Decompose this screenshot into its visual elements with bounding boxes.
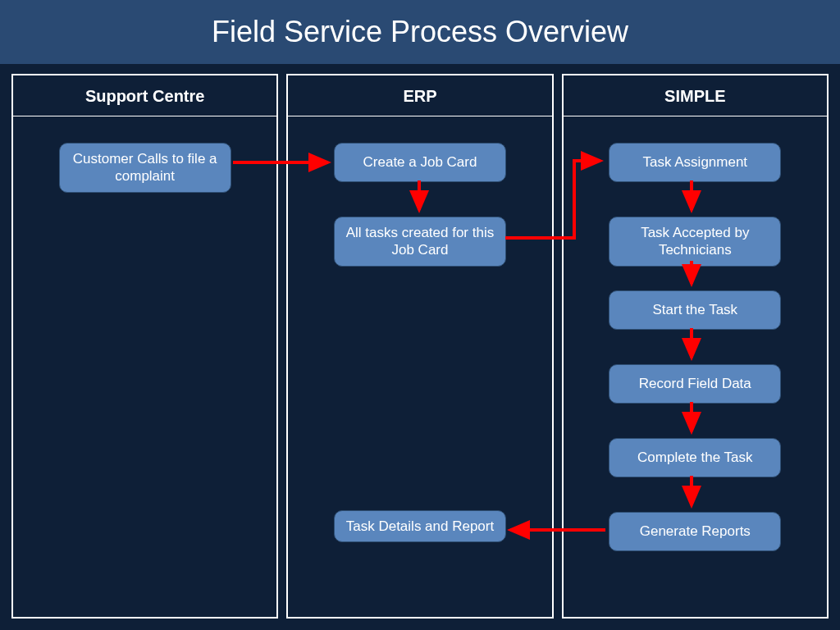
node-create-job-card: Create a Job Card (334, 143, 506, 182)
node-complete-task: Complete the Task (609, 438, 781, 477)
node-customer-call: Customer Calls to file a complaint (59, 143, 231, 193)
node-generate-reports: Generate Reports (609, 512, 781, 551)
node-task-accepted: Task Accepted by Technicians (609, 217, 781, 267)
node-tasks-created: All tasks created for this Job Card (334, 217, 506, 267)
lane-simple: SIMPLE Task Assignment Task Accepted by … (562, 74, 829, 619)
swimlanes: Support Centre Customer Calls to file a … (0, 64, 840, 630)
node-task-assignment: Task Assignment (609, 143, 781, 182)
title-bar: Field Service Process Overview (0, 0, 840, 64)
node-record-field-data: Record Field Data (609, 364, 781, 404)
lane-support-centre: Support Centre Customer Calls to file a … (11, 74, 278, 619)
lane-header: SIMPLE (564, 75, 827, 116)
page-title: Field Service Process Overview (212, 15, 628, 49)
lane-header: Support Centre (13, 75, 276, 116)
lane-erp: ERP Create a Job Card All tasks created … (286, 74, 553, 619)
node-start-task: Start the Task (609, 290, 781, 330)
node-task-details-report: Task Details and Report (334, 510, 506, 542)
lane-header: ERP (288, 75, 551, 116)
